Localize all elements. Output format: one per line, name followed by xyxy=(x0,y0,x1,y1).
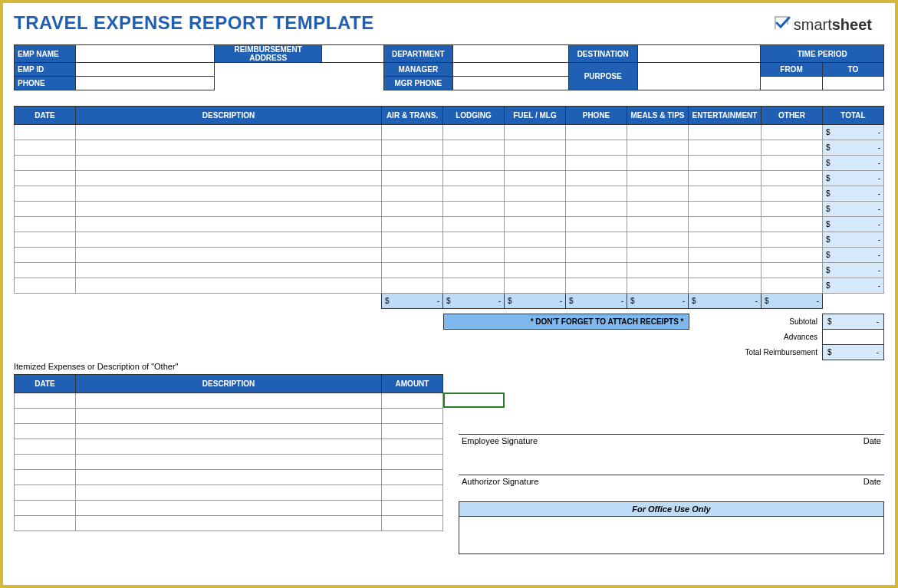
col-entertainment: ENTERTAINMENT xyxy=(689,107,761,125)
emp-name-label: EMP NAME xyxy=(15,45,76,63)
table-row[interactable]: $- xyxy=(15,125,884,140)
subtotal-air: $- xyxy=(382,294,443,309)
reimb-addr-label: REIMBURSEMENT ADDRESS xyxy=(214,45,321,63)
table-row[interactable] xyxy=(15,393,443,409)
table-row[interactable]: $- xyxy=(15,232,884,248)
table-row[interactable] xyxy=(15,439,443,455)
authorizor-signature-label: Authorizor Signature xyxy=(462,477,538,486)
table-row[interactable]: $- xyxy=(15,248,884,263)
sig-date-label: Date xyxy=(863,477,881,486)
sig-date-label: Date xyxy=(863,436,881,445)
check-icon xyxy=(772,14,791,36)
receipt-reminder: * DON'T FORGET TO ATTACH RECEIPTS * xyxy=(443,314,689,330)
table-row[interactable] xyxy=(15,485,443,501)
department-value[interactable] xyxy=(452,45,568,63)
col-meals-tips: MEALS & TIPS xyxy=(627,107,689,125)
phone-label: PHONE xyxy=(15,77,76,90)
summary-table: * DON'T FORGET TO ATTACH RECEIPTS * Subt… xyxy=(14,314,884,360)
destination-value[interactable] xyxy=(637,45,761,63)
item-col-amount: AMOUNT xyxy=(382,375,443,393)
office-use-body[interactable] xyxy=(459,517,883,554)
row-total: $- xyxy=(823,217,884,232)
table-row[interactable]: $- xyxy=(15,186,884,202)
col-description: DESCRIPTION xyxy=(76,107,382,125)
manager-label: MANAGER xyxy=(383,63,452,77)
emp-id-label: EMP ID xyxy=(15,63,76,77)
to-label: TO xyxy=(822,63,883,77)
table-row[interactable]: $- xyxy=(15,202,884,217)
subtotal-value: $- xyxy=(823,314,884,330)
row-total: $- xyxy=(823,263,884,278)
table-row[interactable]: $- xyxy=(15,217,884,232)
col-fuel-mlg: FUEL / MLG xyxy=(505,107,566,125)
column-subtotal-row: $- $- $- $- $- $- $- xyxy=(15,294,884,309)
table-row[interactable] xyxy=(15,470,443,485)
office-use-header: For Office Use Only xyxy=(459,502,883,517)
row-total: $- xyxy=(823,248,884,263)
table-row[interactable] xyxy=(15,424,443,439)
destination-label: DESTINATION xyxy=(568,45,637,63)
subtotal-phone: $- xyxy=(566,294,627,309)
row-total: $- xyxy=(823,202,884,217)
table-row[interactable] xyxy=(15,501,443,516)
emp-id-value[interactable] xyxy=(76,63,215,77)
col-phone: PHONE xyxy=(566,107,627,125)
expense-table: DATE DESCRIPTION AIR & TRANS. LODGING FU… xyxy=(14,106,884,309)
from-value[interactable] xyxy=(761,77,822,90)
logo-text: smartsheet xyxy=(794,16,872,34)
office-use-box: For Office Use Only xyxy=(459,501,884,554)
advances-label: Advances xyxy=(689,330,823,345)
row-total: $- xyxy=(823,278,884,294)
col-lodging: LODGING xyxy=(443,107,505,125)
table-row[interactable] xyxy=(15,409,443,424)
col-total: TOTAL xyxy=(823,107,884,125)
to-value[interactable] xyxy=(822,77,883,90)
employee-signature-line: Employee Signature Date xyxy=(459,434,884,445)
department-label: DEPARTMENT xyxy=(383,45,452,63)
advances-value[interactable] xyxy=(823,330,884,345)
subtotal-entertainment: $- xyxy=(689,294,761,309)
row-total: $- xyxy=(823,232,884,248)
from-label: FROM xyxy=(761,63,822,77)
header-info-table: EMP NAME REIMBURSEMENT ADDRESS DEPARTMEN… xyxy=(14,44,884,90)
item-col-date: DATE xyxy=(15,375,76,393)
total-reimb-value: $- xyxy=(823,345,884,360)
employee-signature-label: Employee Signature xyxy=(462,436,538,445)
table-row[interactable] xyxy=(15,516,443,531)
authorizor-signature-line: Authorizor Signature Date xyxy=(459,475,884,486)
manager-value[interactable] xyxy=(452,63,568,77)
subtotal-label: Subtotal xyxy=(689,314,823,330)
emp-name-value[interactable] xyxy=(76,45,215,63)
itemized-label: Itemized Expenses or Description of "Oth… xyxy=(14,362,884,371)
itemized-table: DATE DESCRIPTION AMOUNT xyxy=(14,374,443,531)
signature-area: Employee Signature Date Authorizor Signa… xyxy=(459,374,884,554)
row-total: $- xyxy=(823,156,884,171)
item-col-description: DESCRIPTION xyxy=(76,375,382,393)
row-total: $- xyxy=(823,125,884,140)
row-total: $- xyxy=(823,186,884,202)
col-other: OTHER xyxy=(761,107,823,125)
smartsheet-logo: smartsheet xyxy=(772,14,872,36)
table-row[interactable]: $- xyxy=(15,171,884,186)
phone-value[interactable] xyxy=(76,77,215,90)
col-air-trans: AIR & TRANS. xyxy=(382,107,443,125)
table-row[interactable]: $- xyxy=(15,140,884,156)
subtotal-other: $- xyxy=(761,294,823,309)
reimb-addr-value[interactable] xyxy=(322,45,383,63)
page-title: TRAVEL EXPENSE REPORT TEMPLATE xyxy=(14,12,884,34)
mgr-phone-value[interactable] xyxy=(452,77,568,90)
purpose-value[interactable] xyxy=(637,63,761,90)
subtotal-fuel: $- xyxy=(505,294,566,309)
subtotal-lodging: $- xyxy=(443,294,505,309)
table-row[interactable]: $- xyxy=(15,278,884,294)
row-total: $- xyxy=(823,140,884,156)
total-reimb-label: Total Reimbursement xyxy=(689,345,823,360)
table-row[interactable]: $- xyxy=(15,263,884,278)
table-row[interactable]: $- xyxy=(15,156,884,171)
col-date: DATE xyxy=(15,107,76,125)
table-row[interactable] xyxy=(15,455,443,470)
subtotal-meals: $- xyxy=(627,294,689,309)
row-total: $- xyxy=(823,171,884,186)
time-period-label: TIME PERIOD xyxy=(761,45,884,63)
purpose-label: PURPOSE xyxy=(568,63,637,90)
